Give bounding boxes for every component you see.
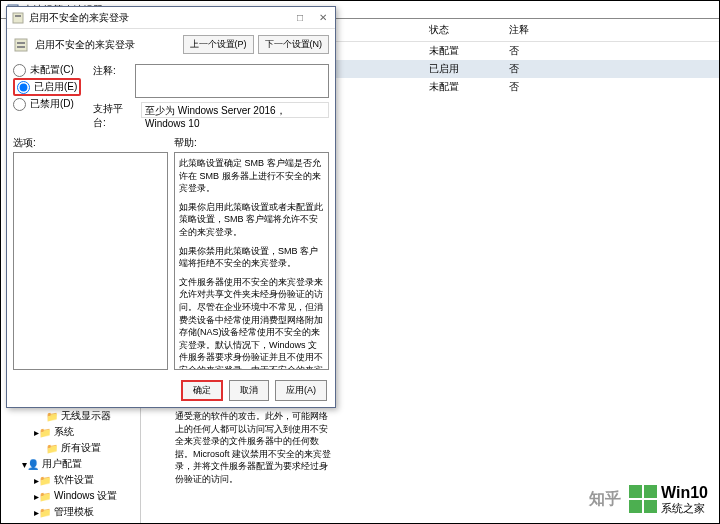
tree-item[interactable]: 📁无线显示器 bbox=[22, 408, 117, 424]
platform-label: 支持平台: bbox=[93, 102, 135, 130]
tree-item[interactable]: ▸ 📁软件设置 bbox=[22, 472, 117, 488]
comment-textarea[interactable] bbox=[135, 64, 329, 98]
folder-icon: 📁 bbox=[39, 426, 51, 438]
radio-group: 未配置(C) 已启用(E) 已禁用(D) bbox=[13, 62, 85, 112]
svg-rect-6 bbox=[17, 46, 25, 48]
help-button[interactable]: □ bbox=[293, 12, 307, 23]
col-state[interactable]: 状态 bbox=[421, 21, 501, 39]
dialog-titlebar: 启用不安全的来宾登录 □ ✕ bbox=[7, 7, 335, 29]
folder-icon: 📁 bbox=[46, 410, 58, 422]
zhihu-logo: 知乎 bbox=[589, 489, 621, 510]
next-setting-button[interactable]: 下一个设置(N) bbox=[258, 35, 330, 54]
tree-item[interactable]: ▸ 📁Windows 设置 bbox=[22, 488, 117, 504]
radio-enabled-input[interactable] bbox=[17, 81, 30, 94]
svg-rect-5 bbox=[17, 42, 25, 44]
folder-icon: 📁 bbox=[39, 474, 51, 486]
help-panel: 此策略设置确定 SMB 客户端是否允许在 SMB 服务器上进行不安全的来宾登录。… bbox=[174, 152, 329, 370]
cancel-button[interactable]: 取消 bbox=[229, 380, 269, 401]
setting-icon bbox=[13, 37, 29, 53]
comment-label: 注释: bbox=[93, 64, 129, 98]
tree-item[interactable]: ▸ 📁管理模板 bbox=[22, 504, 117, 520]
tree-item[interactable]: ▾ 👤用户配置 bbox=[22, 456, 117, 472]
svg-rect-4 bbox=[15, 39, 27, 51]
folder-icon: 📁 bbox=[46, 442, 58, 454]
options-label: 选项: bbox=[13, 136, 168, 150]
radio-not-configured-input[interactable] bbox=[13, 64, 26, 77]
dialog-title-text: 启用不安全的来宾登录 bbox=[29, 11, 129, 25]
svg-rect-3 bbox=[15, 15, 21, 17]
setting-name: 启用不安全的来宾登录 bbox=[35, 38, 177, 52]
watermark: 知乎 Win10 系统之家 bbox=[589, 484, 708, 514]
dialog-icon bbox=[11, 11, 25, 25]
note-text: 通受意的软件的攻击。此外，可能网络上的任何人都可以访问写入到使用不安全来宾登录的… bbox=[175, 410, 335, 486]
apply-button[interactable]: 应用(A) bbox=[275, 380, 327, 401]
ok-button[interactable]: 确定 bbox=[181, 380, 223, 401]
folder-icon: 📁 bbox=[39, 490, 51, 502]
windows-icon bbox=[629, 485, 657, 513]
platform-text: 至少为 Windows Server 2016，Windows 10 bbox=[141, 102, 329, 118]
settings-dialog: 启用不安全的来宾登录 □ ✕ 启用不安全的来宾登录 上一个设置(P) 下一个设置… bbox=[6, 6, 336, 408]
help-label: 帮助: bbox=[174, 136, 329, 150]
col-comment[interactable]: 注释 bbox=[501, 21, 719, 39]
svg-rect-2 bbox=[13, 13, 23, 23]
close-button[interactable]: ✕ bbox=[315, 12, 331, 23]
tree-bottom: 📁无线显示器 ▸ 📁系统 📁所有设置 ▾ 👤用户配置 ▸ 📁软件设置 ▸ 📁Wi… bbox=[22, 408, 117, 520]
win10-logo: Win10 系统之家 bbox=[629, 484, 708, 514]
radio-disabled[interactable]: 已禁用(D) bbox=[13, 96, 85, 112]
radio-disabled-input[interactable] bbox=[13, 98, 26, 111]
user-icon: 👤 bbox=[27, 458, 39, 470]
radio-enabled[interactable]: 已启用(E) bbox=[13, 78, 81, 96]
folder-icon: 📁 bbox=[39, 506, 51, 518]
tree-item[interactable]: ▸ 📁系统 bbox=[22, 424, 117, 440]
options-panel bbox=[13, 152, 168, 370]
prev-setting-button[interactable]: 上一个设置(P) bbox=[183, 35, 254, 54]
tree-item[interactable]: 📁所有设置 bbox=[22, 440, 117, 456]
radio-not-configured[interactable]: 未配置(C) bbox=[13, 62, 85, 78]
